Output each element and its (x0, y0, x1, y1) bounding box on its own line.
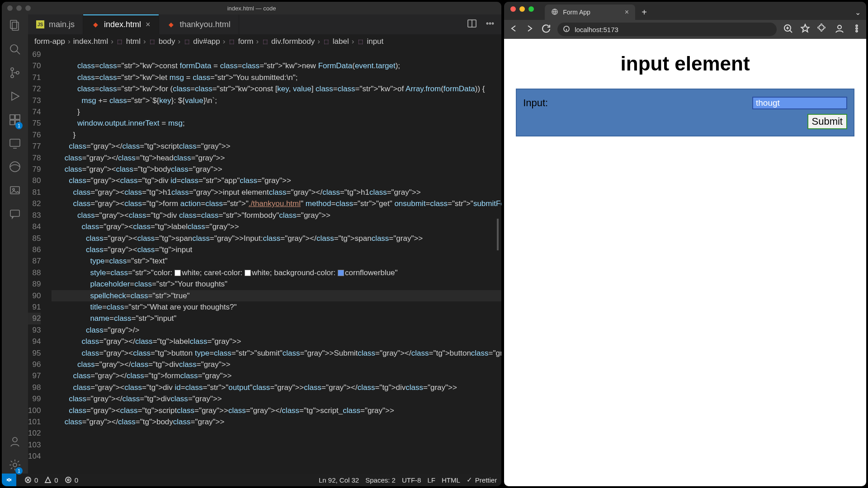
status-lang[interactable]: HTML (442, 476, 460, 484)
svg-point-5 (11, 75, 14, 78)
run-debug-icon[interactable] (8, 89, 22, 105)
activity-bar: 1 1 (2, 14, 28, 474)
bookmark-star-icon[interactable] (800, 23, 810, 35)
profile-icon[interactable] (835, 23, 844, 35)
status-encoding[interactable]: UTF-8 (402, 476, 421, 484)
svg-point-6 (16, 71, 19, 74)
svg-point-28 (67, 479, 69, 481)
svg-rect-9 (15, 115, 20, 119)
status-formatter[interactable]: ✓ Prettier (467, 476, 497, 484)
edge-tools-icon[interactable] (8, 160, 22, 175)
zoom-icon[interactable] (783, 23, 793, 35)
menu-kebab-icon[interactable] (852, 23, 862, 35)
more-actions-icon[interactable] (485, 19, 495, 30)
zoom-dot[interactable] (528, 6, 534, 12)
svg-marker-7 (12, 92, 19, 100)
address-bar[interactable]: localhost:5173 (557, 23, 777, 36)
svg-point-40 (856, 28, 858, 29)
settings-gear-icon[interactable]: 1 (8, 458, 22, 474)
status-ports[interactable]: 0 (65, 476, 78, 484)
svg-point-38 (838, 25, 841, 29)
extensions-icon[interactable]: 1 (8, 113, 22, 128)
tab-label: main.js (49, 20, 75, 29)
extensions-badge: 1 (15, 122, 23, 129)
svg-rect-1 (12, 22, 19, 30)
svg-rect-12 (10, 139, 20, 146)
source-control-icon[interactable] (8, 66, 22, 81)
close-dot[interactable] (510, 6, 516, 12)
accounts-icon[interactable] (8, 435, 22, 450)
url-text: localhost:5173 (575, 26, 618, 33)
zoom-dot[interactable] (25, 5, 31, 11)
tab-thankyou-html[interactable]: ◆ thankyou.html (159, 14, 239, 34)
minimize-dot[interactable] (519, 6, 525, 12)
editor-tabbar: JS main.js ◆ index.html × ◆ thankyou.htm… (28, 14, 501, 34)
status-warnings[interactable]: 0 (44, 476, 58, 484)
page-heading: input element (516, 52, 854, 75)
close-tab-icon[interactable]: × (625, 8, 629, 16)
browser-toolbar: localhost:5173 (504, 20, 866, 39)
reload-icon[interactable] (541, 23, 551, 35)
back-icon[interactable] (509, 23, 519, 35)
code-content[interactable]: class=class="str">"kw">const formData = … (52, 49, 501, 474)
search-icon[interactable] (8, 42, 22, 58)
svg-rect-8 (10, 115, 14, 119)
status-errors[interactable]: 0 (24, 476, 38, 484)
tab-main-js[interactable]: JS main.js (28, 14, 83, 34)
svg-point-39 (856, 25, 858, 27)
svg-rect-10 (10, 120, 14, 125)
tab-index-html[interactable]: ◆ index.html × (83, 14, 159, 34)
page-viewport: input element Input: Submit (504, 39, 866, 486)
status-eol[interactable]: LF (427, 476, 435, 484)
code-editor[interactable]: 6970717273747576777879808182838485868788… (28, 49, 501, 474)
line-gutter: 6970717273747576777879808182838485868788… (28, 49, 52, 474)
status-cursor[interactable]: Ln 92, Col 32 (319, 476, 359, 484)
svg-point-14 (10, 162, 20, 172)
svg-point-4 (11, 68, 14, 70)
forward-icon[interactable] (525, 23, 535, 35)
tab-list-dropdown-icon[interactable]: ⌄ (849, 5, 866, 20)
site-info-icon[interactable] (563, 25, 570, 34)
svg-point-2 (10, 45, 18, 52)
svg-point-16 (13, 188, 14, 190)
svg-line-35 (790, 30, 792, 33)
extensions-puzzle-icon[interactable] (817, 23, 827, 35)
svg-point-22 (487, 23, 488, 24)
tab-label: index.html (104, 20, 141, 29)
comments-icon[interactable] (8, 207, 22, 222)
globe-icon (551, 8, 558, 17)
svg-point-18 (13, 437, 17, 442)
breadcrumb[interactable]: form-app›index.html›⬚html›⬚body›⬚div#app… (28, 34, 501, 49)
submit-button[interactable]: Submit (807, 114, 847, 129)
browser-tab-title: Form App (563, 9, 590, 16)
svg-rect-17 (10, 210, 19, 216)
status-bar: 0 0 0 Ln 92, Col 32 Spaces: 2 UTF-8 LF H… (2, 474, 501, 486)
settings-badge: 1 (15, 467, 23, 474)
minimize-dot[interactable] (16, 5, 22, 11)
split-editor-icon[interactable] (467, 19, 477, 30)
form-body: Input: Submit (516, 89, 854, 136)
browser-window-controls[interactable] (510, 6, 534, 12)
svg-point-41 (856, 30, 858, 32)
browser-tab[interactable]: Form App × (545, 5, 635, 20)
close-dot[interactable] (7, 5, 13, 11)
editor-region: JS main.js ◆ index.html × ◆ thankyou.htm… (28, 14, 501, 474)
remote-explorer-icon[interactable] (8, 136, 22, 152)
window-controls[interactable] (7, 5, 31, 11)
input-label: Input: (523, 97, 548, 109)
svg-rect-0 (10, 20, 17, 28)
browser-window: Form App × + ⌄ localhost:5173 (504, 2, 866, 486)
svg-point-24 (492, 23, 494, 24)
vscode-window: index.html — code 1 1 (2, 2, 501, 486)
image-preview-icon[interactable] (8, 183, 22, 199)
text-input[interactable] (752, 97, 847, 109)
minimap-slider[interactable] (497, 219, 499, 250)
new-tab-button[interactable]: + (635, 5, 653, 20)
tab-label: thankyou.html (180, 20, 231, 29)
explorer-icon[interactable] (8, 19, 22, 34)
status-spaces[interactable]: Spaces: 2 (365, 476, 396, 484)
close-icon[interactable]: × (146, 20, 151, 29)
vscode-titlebar[interactable]: index.html — code (2, 2, 501, 14)
svg-point-23 (490, 23, 491, 24)
remote-indicator[interactable] (2, 474, 16, 486)
